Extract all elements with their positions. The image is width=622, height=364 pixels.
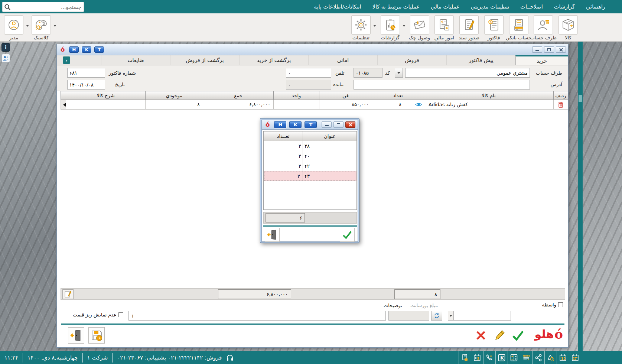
hide-detail-checkbox-row[interactable]: عدم نمایش ریز قیمت <box>73 312 123 318</box>
qty-cell-editing[interactable]: ۲ <box>264 171 303 181</box>
minimize-button[interactable] <box>532 46 542 53</box>
tab-consignment[interactable]: امانی <box>308 55 377 65</box>
edit-button[interactable] <box>492 328 507 343</box>
dialog-minimize-button[interactable] <box>322 121 332 128</box>
commission-field[interactable] <box>388 311 429 321</box>
toolbar-check-collection-button[interactable]: $ وصول چک <box>408 15 431 40</box>
scrollbar-thumb[interactable] <box>579 95 582 102</box>
phone-directory-icon[interactable] <box>483 351 495 364</box>
refresh-button[interactable] <box>431 311 442 321</box>
toolbar-reports-button[interactable]: گزارشات <box>379 15 402 40</box>
save-button[interactable] <box>88 327 105 344</box>
cancel-button[interactable] <box>474 328 488 343</box>
contacts-icon[interactable] <box>1 54 10 62</box>
right-scrollbar[interactable] <box>578 42 583 351</box>
info-icon[interactable]: i <box>1 43 10 52</box>
middleman-checkbox[interactable] <box>558 302 563 307</box>
calendar-user-icon[interactable] <box>471 351 483 364</box>
partner-dropdown-button[interactable] <box>395 68 403 78</box>
toolbar-partner-button[interactable]: طرف حساب <box>532 15 555 40</box>
invoice-window-titlebar[interactable]: ó H K T <box>57 44 568 55</box>
code-field[interactable] <box>354 68 382 78</box>
h-button[interactable]: H <box>69 46 79 53</box>
menu-item-help[interactable]: راهنمائي <box>586 4 605 10</box>
partner-input[interactable] <box>405 68 530 78</box>
trash-icon[interactable] <box>558 102 563 108</box>
k-module-icon[interactable]: K <box>495 351 508 364</box>
dialog-k-button[interactable]: K <box>289 121 302 128</box>
tab-proforma[interactable]: پیش فاکتور <box>446 55 515 65</box>
item-name-cell[interactable]: کفش زنانه Adidas <box>424 100 553 110</box>
stock-cell[interactable]: ۸ <box>145 100 203 110</box>
middleman-combo-input[interactable] <box>448 311 511 321</box>
tab-sale[interactable]: فروش <box>377 55 446 65</box>
toolbar-invoice-button[interactable]: $ فاکتور <box>482 15 505 40</box>
hide-detail-checkbox[interactable] <box>118 312 123 317</box>
dialog-h-button[interactable]: H <box>274 121 286 128</box>
size-row[interactable]: ۲ ۳۸ <box>264 141 356 151</box>
toolbar-settings-button[interactable]: تنظیمات <box>349 15 372 40</box>
eye-icon[interactable] <box>415 102 422 107</box>
toolbar-theme-button[interactable]: کلاسیک <box>30 15 53 40</box>
size-row-selected[interactable]: ۲ ۴۳ <box>264 171 356 181</box>
qty-cell[interactable]: ۲ <box>264 151 303 161</box>
address-input[interactable] <box>354 80 530 90</box>
menu-item-basic-info[interactable]: امکانات/اطلاعات پایه <box>314 4 361 10</box>
size-row[interactable]: ۲ ۴۰ <box>264 151 356 161</box>
menu-item-management-settings[interactable]: تنظیمات مدیریتي <box>471 4 509 10</box>
share-icon[interactable] <box>532 351 544 364</box>
date-field[interactable] <box>67 80 105 90</box>
tab-purchase[interactable]: خرید <box>515 55 568 65</box>
toolbar-goods-button[interactable]: کالا <box>557 15 580 40</box>
note-icon[interactable]: NOTE <box>520 351 532 364</box>
tab-scroll-left-button[interactable]: ‹ <box>63 56 70 64</box>
admin-dropdown-caret[interactable] <box>26 25 29 28</box>
tab-sale-return[interactable]: برگشت از فروش <box>170 55 239 65</box>
toolbar-financial-affairs-button[interactable]: $ امور مالي <box>433 15 456 40</box>
size-row[interactable]: ۲ ۴۲ <box>264 161 356 171</box>
quantity-cell[interactable]: ۸ <box>372 100 424 110</box>
notes-input[interactable] <box>128 311 386 321</box>
restore-button[interactable] <box>544 46 554 53</box>
toolbar-issue-document-button[interactable]: صدور سند <box>457 15 481 40</box>
k-button[interactable]: K <box>82 46 91 53</box>
dialog-titlebar[interactable]: ó H K T <box>261 120 358 130</box>
theme-dropdown-caret[interactable] <box>53 25 56 28</box>
settings-dropdown-caret[interactable] <box>373 25 376 28</box>
menu-item-goods-operations[interactable]: عملیات مرتبط به کالا <box>372 4 420 10</box>
t-button[interactable]: T <box>94 46 104 53</box>
receipt-card-icon[interactable] <box>459 351 471 364</box>
toolbar-bank-account-button[interactable]: حساب بانکي <box>507 15 530 40</box>
grid-edit-button[interactable] <box>62 289 74 299</box>
table-row[interactable]: کفش زنانه Adidas ۸ ۸۵۰,۰۰۰ ۶,۸۰۰,۰۰۰ ۸ <box>61 100 568 110</box>
qty-cell[interactable]: ۲ <box>264 161 303 171</box>
search-input[interactable] <box>11 3 84 11</box>
close-button[interactable] <box>556 46 566 53</box>
confirm-button[interactable] <box>511 328 525 343</box>
dialog-close-button[interactable] <box>345 121 355 128</box>
balance-field[interactable] <box>286 80 331 90</box>
calendar-grid-icon[interactable] <box>569 351 581 364</box>
calculator-icon[interactable] <box>508 351 520 364</box>
invoice-no-field[interactable] <box>67 68 105 78</box>
unit-price-cell[interactable]: ۸۵۰,۰۰۰ <box>319 100 372 110</box>
dialog-confirm-button[interactable] <box>340 228 355 242</box>
unit-cell[interactable] <box>273 100 319 110</box>
middleman-checkbox-row[interactable]: واسطه <box>542 302 563 308</box>
toolbar-admin-button[interactable]: مدیر <box>2 15 25 40</box>
dialog-t-button[interactable]: T <box>305 121 317 128</box>
dialog-restore-button[interactable] <box>333 121 343 128</box>
tab-purchase-return[interactable]: برگشت از خرید <box>239 55 308 65</box>
middleman-combo-arrow[interactable] <box>448 311 454 321</box>
description-cell[interactable] <box>66 100 145 110</box>
reports-dropdown-caret[interactable] <box>403 25 406 28</box>
phone-field[interactable] <box>286 68 331 78</box>
exit-button[interactable] <box>68 327 84 344</box>
global-search[interactable] <box>2 2 84 12</box>
dialog-exit-button[interactable] <box>265 228 280 242</box>
menu-item-financial-operations[interactable]: عملیات مالي <box>431 4 460 10</box>
total-cell[interactable]: ۶,۸۰۰,۰۰۰ <box>203 100 273 110</box>
tab-waste[interactable]: ضایعات <box>101 55 170 65</box>
calendar-12-icon[interactable]: 12 <box>557 351 569 364</box>
menu-item-corrections[interactable]: اصلاحــات <box>520 4 543 10</box>
